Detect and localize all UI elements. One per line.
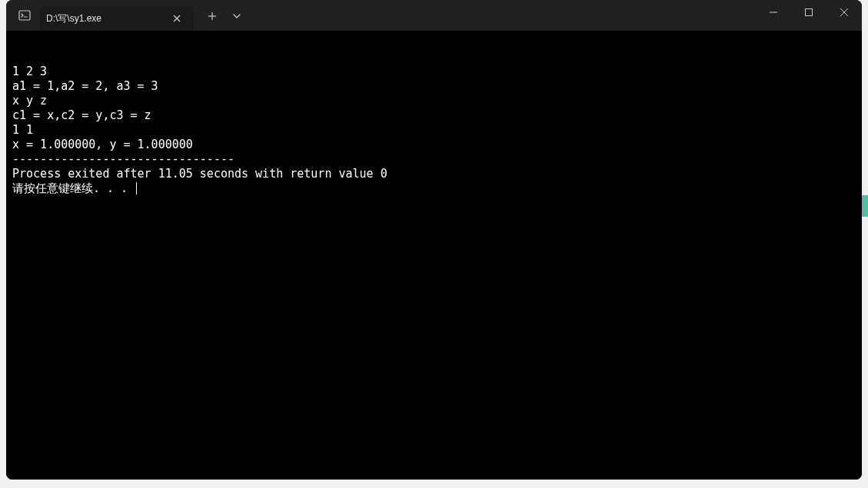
tab-close-button[interactable] (169, 11, 185, 26)
tab-actions (200, 4, 249, 28)
terminal-line: Process exited after 11.05 seconds with … (12, 167, 856, 181)
terminal-line: 1 2 3 (12, 65, 856, 79)
svg-rect-7 (806, 9, 813, 16)
close-button[interactable] (826, 0, 862, 25)
svg-rect-0 (19, 11, 30, 20)
terminal-window: D:\写\sy1.exe (6, 0, 862, 480)
terminal-line: 1 1 (12, 123, 856, 138)
window-controls (756, 0, 862, 31)
scrollbar-indicator (862, 195, 868, 217)
new-tab-button[interactable] (200, 4, 224, 28)
terminal-content[interactable]: 1 2 3a1 = 1,a2 = 2, a3 = 3x y zc1 = x,c2… (6, 31, 862, 480)
terminal-line: c1 = x,c2 = y,c3 = z (12, 108, 856, 123)
tab[interactable]: D:\写\sy1.exe (40, 6, 194, 31)
terminal-line: a1 = 1,a2 = 2, a3 = 3 (12, 79, 856, 94)
terminal-app-icon (18, 9, 31, 22)
maximize-button[interactable] (791, 0, 826, 25)
tab-dropdown-button[interactable] (224, 4, 249, 28)
terminal-line: x = 1.000000, y = 1.000000 (12, 138, 856, 152)
tab-title: D:\写\sy1.exe (46, 12, 169, 25)
titlebar: D:\写\sy1.exe (6, 0, 862, 31)
cursor (136, 182, 137, 194)
terminal-line: -------------------------------- (12, 152, 856, 167)
terminal-line: 请按任意键继续. . . (12, 181, 856, 196)
minimize-button[interactable] (756, 0, 791, 25)
terminal-line: x y z (12, 94, 856, 108)
